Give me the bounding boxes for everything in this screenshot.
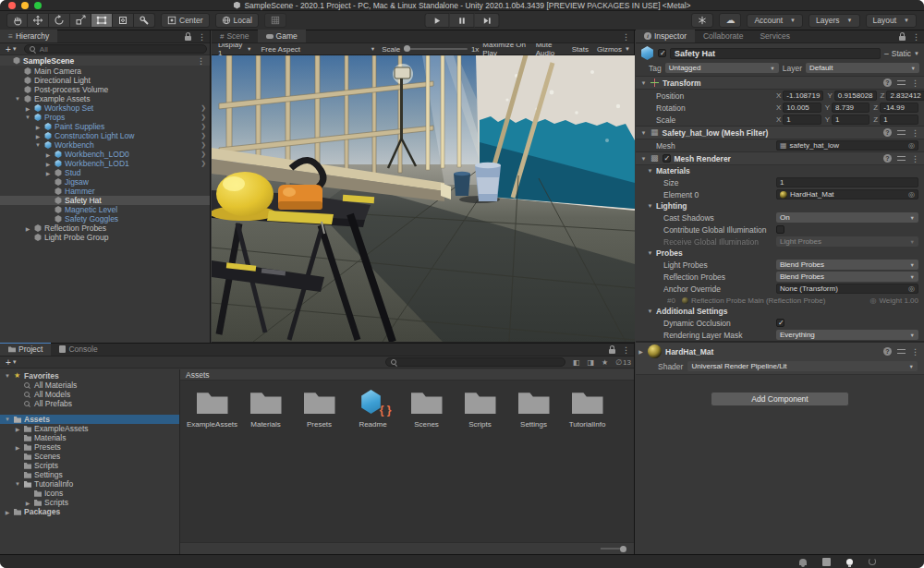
thumbnail-zoom-slider[interactable] — [601, 548, 625, 550]
hierarchy-row[interactable]: ▶ Workbench_LOD0 ❯ — [0, 150, 210, 159]
rendering-layer-dropdown[interactable]: Everything ▼ — [776, 330, 918, 340]
play-button[interactable] — [425, 13, 450, 28]
auto-lighting-icon[interactable] — [846, 559, 853, 565]
hierarchy-row[interactable]: Jigsaw ❯ — [0, 177, 210, 187]
save-search-icon[interactable]: ★ — [602, 358, 608, 367]
dynamic-occlusion-checkbox[interactable] — [776, 319, 784, 327]
scene-header-row[interactable]: SampleScene ⋮ — [0, 55, 210, 66]
expand-arrow-icon[interactable]: ▶ — [34, 133, 42, 139]
expand-arrow-icon[interactable]: ▼ — [14, 481, 21, 487]
minimize-window-button[interactable] — [21, 2, 29, 9]
object-picker-icon[interactable]: ◎ — [908, 190, 915, 199]
lighting-section[interactable]: ▼ Lighting — [636, 200, 924, 211]
lock-icon[interactable] — [185, 36, 191, 41]
project-tree-row[interactable]: All Prefabs — [0, 399, 179, 408]
expand-arrow-icon[interactable]: ▶ — [44, 161, 52, 167]
scale-x-field[interactable]: 1 — [783, 115, 821, 125]
preview-packages-button[interactable] — [691, 13, 713, 28]
tab-game[interactable]: Game — [258, 30, 306, 42]
foldout-closed-icon[interactable]: ▶ — [638, 348, 644, 355]
expand-arrow-icon[interactable]: ▶ — [24, 225, 31, 232]
prefab-chevron-icon[interactable]: ❯ — [201, 132, 206, 139]
hierarchy-row[interactable]: ▶ Construction Light Low ❯ — [0, 131, 210, 140]
project-tree-row[interactable]: ▼ Assets — [0, 415, 179, 424]
project-tree-row[interactable]: Icons — [0, 489, 179, 498]
help-icon[interactable]: ? — [883, 347, 892, 356]
object-picker-icon[interactable]: ◎ — [908, 141, 915, 150]
notification-bell-icon[interactable] — [799, 559, 807, 565]
preset-icon[interactable] — [897, 348, 906, 356]
expand-arrow-icon[interactable]: ▶ — [44, 170, 52, 176]
tab-services[interactable]: Services — [751, 30, 798, 42]
project-tree-row[interactable]: ▶ ExampleAssets — [0, 424, 179, 433]
panel-menu-icon[interactable]: ⋮ — [622, 32, 630, 42]
scale-tool-button[interactable] — [70, 13, 91, 28]
position-y-field[interactable]: 0.9158028 — [834, 91, 877, 101]
probes-section[interactable]: ▼ Probes — [636, 248, 924, 259]
expand-arrow-icon[interactable]: ▶ — [24, 500, 31, 506]
hidden-packages-button[interactable]: ∅ 13 — [615, 358, 631, 367]
expand-arrow-icon[interactable]: ▶ — [44, 151, 52, 158]
help-icon[interactable]: ? — [883, 154, 892, 163]
expand-arrow-icon[interactable]: ▶ — [34, 124, 42, 130]
zoom-window-button[interactable] — [34, 2, 42, 9]
lock-icon[interactable] — [899, 36, 906, 41]
project-tree-row[interactable]: ▶ Packages — [0, 507, 179, 516]
hierarchy-row[interactable]: ▶ Reflection Probes ❯ — [0, 224, 210, 233]
additional-settings-section[interactable]: ▼ Additional Settings — [636, 306, 924, 317]
project-tree-row[interactable]: Scripts — [0, 461, 179, 470]
move-tool-button[interactable] — [28, 13, 49, 28]
expand-arrow-icon[interactable]: ▶ — [14, 444, 21, 451]
scale-y-field[interactable]: 1 — [832, 115, 869, 125]
expand-arrow-icon[interactable]: ▼ — [24, 115, 31, 120]
step-button[interactable] — [475, 13, 500, 28]
lock-icon[interactable] — [609, 349, 615, 354]
project-search-input[interactable] — [385, 357, 565, 367]
hierarchy-row[interactable]: ▼ Props ❯ — [0, 113, 210, 122]
expand-arrow-icon[interactable]: ▼ — [34, 142, 42, 148]
component-menu-icon[interactable]: ⋮ — [911, 154, 919, 163]
help-icon[interactable]: ? — [883, 128, 892, 137]
hierarchy-row[interactable]: ▶ Stud ❯ — [0, 168, 210, 177]
project-tree-row[interactable]: All Models — [0, 390, 179, 399]
tab-inspector[interactable]: i Inspector — [636, 30, 695, 42]
tab-collaborate[interactable]: Collaborate — [695, 30, 751, 42]
material-object-field[interactable]: HardHat_Mat ◎ — [776, 189, 918, 199]
anchor-override-field[interactable]: None (Transform) ◎ — [776, 284, 918, 294]
project-tree-row[interactable]: ▼ Favorites — [0, 371, 179, 381]
create-object-button[interactable]: +▼ — [3, 44, 20, 54]
close-window-button[interactable] — [8, 2, 16, 9]
tag-dropdown[interactable]: Untagged ▼ — [665, 63, 779, 73]
hierarchy-row[interactable]: ▼ Example Assets ❯ — [0, 94, 210, 103]
scale-z-field[interactable]: 1 — [880, 115, 918, 125]
asset-item[interactable]: Scripts — [454, 390, 506, 429]
hierarchy-search-input[interactable]: All — [24, 44, 207, 54]
tab-hierarchy[interactable]: ≡ Hierarchy — [0, 30, 57, 42]
project-tree-row[interactable] — [0, 408, 179, 415]
component-menu-icon[interactable]: ⋮ — [911, 347, 919, 357]
layer-dropdown[interactable]: Default ▼ — [806, 63, 919, 73]
foldout-open-icon[interactable]: ▼ — [640, 156, 647, 162]
reflection-probes-dropdown[interactable]: Blend Probes ▼ — [776, 272, 918, 282]
search-by-type-icon[interactable]: ◧ — [573, 358, 580, 367]
rotation-x-field[interactable]: 10.005 — [783, 103, 821, 113]
rotation-z-field[interactable]: -14.99 — [880, 103, 918, 113]
tab-project[interactable]: Project — [0, 343, 51, 356]
component-enabled-checkbox[interactable] — [663, 154, 671, 163]
materials-size-field[interactable]: 1 — [776, 177, 918, 187]
expand-arrow-icon[interactable]: ▼ — [14, 96, 21, 102]
hierarchy-row[interactable]: Main Camera ❯ — [0, 66, 210, 76]
light-probes-dropdown[interactable]: Blend Probes ▼ — [776, 260, 918, 270]
activity-spinner-icon[interactable] — [869, 558, 876, 565]
position-x-field[interactable]: -1.108719 — [783, 91, 823, 101]
project-tree-row[interactable]: Settings — [0, 470, 179, 479]
stats-button[interactable]: Stats — [572, 45, 589, 54]
preset-icon[interactable] — [897, 155, 906, 163]
expand-arrow-icon[interactable]: ▶ — [24, 105, 31, 112]
expand-arrow-icon[interactable]: ▶ — [14, 426, 21, 432]
hierarchy-row[interactable]: ▶ Paint Supplies ❯ — [0, 122, 210, 131]
asset-item[interactable]: Materials — [239, 390, 292, 429]
hierarchy-row[interactable]: Directional Light ❯ — [0, 76, 210, 85]
help-icon[interactable]: ? — [883, 79, 892, 87]
rotation-y-field[interactable]: 8.739 — [832, 103, 869, 113]
